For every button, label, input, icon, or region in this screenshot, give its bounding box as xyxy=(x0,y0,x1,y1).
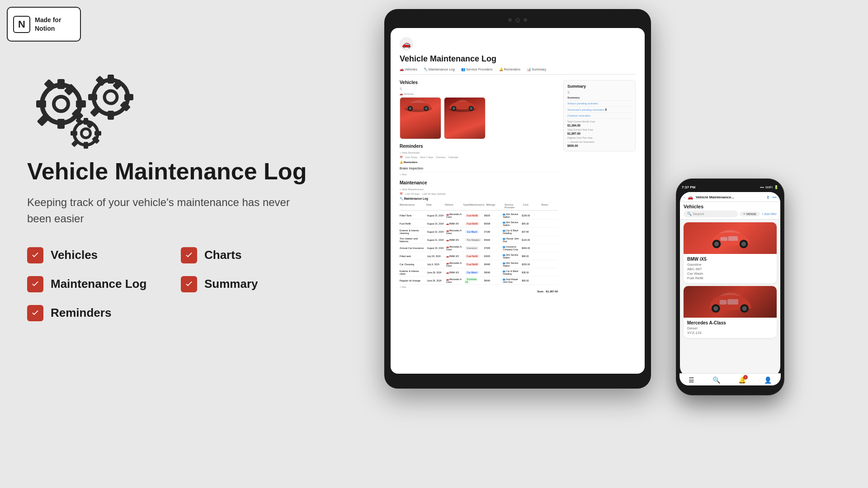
notion-badge-text: Made for Notion xyxy=(35,16,61,32)
filter-due-today[interactable]: Due Today xyxy=(406,156,417,159)
svg-rect-4 xyxy=(76,100,86,108)
phone-merc-plate: XYZ-123 xyxy=(687,331,773,335)
filter-calendar[interactable]: Calendar xyxy=(448,156,458,159)
svg-rect-23 xyxy=(84,142,88,149)
summary-item: Summary xyxy=(567,96,632,101)
more-icon[interactable]: ••• xyxy=(773,195,777,200)
svg-point-37 xyxy=(453,107,455,110)
svg-point-39 xyxy=(470,107,472,110)
filter-last90[interactable]: Last 90 days (partial) xyxy=(422,192,445,195)
svg-point-0 xyxy=(42,85,80,123)
phone-bmw-name: BMW iX5 xyxy=(687,257,773,262)
maintenance-section: Maintenance + New Maintenance 📅 Last 30 … xyxy=(400,180,558,293)
tab-service[interactable]: 👥 Service Providers xyxy=(461,67,493,71)
check-reminders xyxy=(27,305,43,321)
feature-label-reminders: Reminders xyxy=(51,306,111,320)
vehicle-card-merc-body: Mercedes A-Class Diesel XYZ-123 ↓ Spent … xyxy=(444,139,485,139)
maintenance-heading: Maintenance xyxy=(400,180,558,185)
new-maintenance-btn[interactable]: + New Maintenance xyxy=(400,188,558,191)
phone-status-icons: ▪▪▪ WiFi 🔋 xyxy=(760,185,778,189)
table-row: Fuel Refill August 23, 2024 🚗 BMW iX5 Fu… xyxy=(400,220,558,228)
phone-bmw-plate: ABC-987 xyxy=(687,267,773,271)
vehicle-card-bmw-body: BMW iX5 Gasoline ABC-987 ↓ Spent This Mo… xyxy=(400,139,441,139)
phone-tab-title: Vehicles xyxy=(684,204,777,209)
svg-rect-50 xyxy=(727,299,738,305)
total-row: Sum: $1,367.00 xyxy=(400,288,558,293)
tab-maintenance[interactable]: 🔧 Maintenance Log xyxy=(424,67,455,71)
filter-last30[interactable]: Last 30 days xyxy=(406,192,420,195)
svg-point-43 xyxy=(741,242,746,246)
page-icon-area: 🚗 xyxy=(400,37,636,51)
svg-rect-5 xyxy=(36,100,46,108)
share-icon[interactable]: ⬆ xyxy=(766,195,770,200)
svg-rect-44 xyxy=(728,236,738,241)
content-main: Vehicles ☰ 🚗 Vehicles xyxy=(400,80,558,293)
gears-illustration xyxy=(27,63,140,145)
phone-status-bar: 7:37 PM ▪▪▪ WiFi 🔋 xyxy=(680,185,780,189)
battery-icon: 🔋 xyxy=(774,185,778,189)
features-grid: Vehicles Charts Maintenance Log Summary xyxy=(27,247,307,321)
svg-point-47 xyxy=(713,306,718,310)
phone-merc-name: Mercedes A-Class xyxy=(687,320,773,325)
table-row: Annual Car Insurance August 15, 2024 🚗 M… xyxy=(400,244,558,252)
svg-rect-15 xyxy=(88,94,97,100)
phone-tab-search[interactable]: 🔍 xyxy=(712,376,720,377)
vehicles-heading: Vehicles xyxy=(400,80,558,85)
table-row: Tire rotation and balance August 21, 202… xyxy=(400,236,558,244)
phone-vehicle-bmw: BMW iX5 Gasoline ABC-987 Car Wash Fuel R… xyxy=(684,222,777,283)
svg-point-41 xyxy=(714,242,719,246)
content-two-col: Vehicles ☰ 🚗 Vehicles xyxy=(400,80,636,293)
new-reminder-btn[interactable]: + New Reminder xyxy=(400,151,558,154)
subtitle: Keeping track of your vehicle's maintena… xyxy=(27,194,307,227)
phone-tab-profile[interactable]: 👤 xyxy=(764,376,772,377)
main-title: Vehicle Maintenance Log xyxy=(27,158,307,185)
svg-rect-24 xyxy=(94,131,101,136)
reminders-heading: Reminders xyxy=(400,144,558,149)
phone-time: 7:37 PM xyxy=(682,185,695,189)
phone-merc-fuel: Diesel xyxy=(687,326,773,330)
camera-dot-center xyxy=(515,18,520,23)
phone-tab-section: Vehicles 🔍 Search + Vehicle + Add filter xyxy=(680,202,780,220)
phone-bmw-info: BMW iX5 Gasoline ABC-987 Car Wash Fuel R… xyxy=(684,254,777,283)
tab-vehicles[interactable]: 🚗 Vehicles xyxy=(400,67,417,71)
tab-reminders[interactable]: 🔔 Reminders xyxy=(499,67,520,71)
vehicle-card-bmw: BMW iX5 Gasoline ABC-987 ↓ Spent This Mo… xyxy=(400,97,441,139)
svg-rect-13 xyxy=(108,111,114,120)
summary-pending-today: Today's pending activities xyxy=(567,102,632,107)
phone-tab-list[interactable]: ☰ xyxy=(689,376,694,377)
summary-sidebar: Summary ☰ Summary Today's pending activi… xyxy=(563,80,636,293)
check-summary xyxy=(181,276,197,292)
notification-badge: 1 xyxy=(743,375,748,377)
svg-point-32 xyxy=(409,107,411,110)
notion-page: 🚗 Vehicle Maintenance Log 🚗 Vehicles 🔧 M… xyxy=(391,28,645,374)
summary-year-cost: $1,867.00 xyxy=(567,132,632,135)
filter-next7[interactable]: Next 7 days xyxy=(420,156,433,159)
phone-page-icon: 🚗 xyxy=(688,195,693,200)
reminder-filters: 📅 Due Today Next 7 days Overdue Calendar xyxy=(400,156,558,159)
phone-merc-info: Mercedes A-Class Diesel XYZ-123 xyxy=(684,318,777,338)
table-row: Filled tank July 28, 2024 🚗 BMW iX5 Fuel… xyxy=(400,252,558,260)
summary-month-cost: $1,384.00 xyxy=(567,124,632,127)
phone-vehicle-filter[interactable]: + Vehicle xyxy=(740,211,760,216)
tab-summary[interactable]: 📊 Summary xyxy=(527,67,546,71)
maintenance-filters: 📅 Last 30 days Last 90 days (partial) xyxy=(400,192,558,195)
table-row: Filled Tank August 23, 2024 🚗 Mercedes A… xyxy=(400,211,558,220)
feature-label-maintenance: Maintenance Log xyxy=(51,277,146,291)
phone-bottom-bar: ☰ 🔍 🔔 1 👤 xyxy=(680,373,780,377)
filter-overdue[interactable]: Overdue xyxy=(436,156,445,159)
table-row: Exterior & Interior cleaning August 22, … xyxy=(400,228,558,236)
svg-point-49 xyxy=(742,306,747,310)
phone-add-filter[interactable]: + Add filter xyxy=(762,212,777,216)
phone-back-btn[interactable]: ‹ xyxy=(684,195,685,200)
tablet-screen: 🚗 Vehicle Maintenance Log 🚗 Vehicles 🔧 M… xyxy=(391,28,645,374)
filter-icon: 📅 xyxy=(400,192,403,195)
svg-rect-25 xyxy=(71,131,77,136)
phone-search-input[interactable]: 🔍 Search xyxy=(684,211,738,217)
phone-content: BMW iX5 Gasoline ABC-987 Car Wash Fuel R… xyxy=(680,220,780,364)
phone-tab-notifications[interactable]: 🔔 1 xyxy=(738,376,746,377)
feature-summary: Summary xyxy=(181,276,307,292)
svg-point-11 xyxy=(104,91,117,103)
svg-point-34 xyxy=(425,107,427,110)
wifi-icon: WiFi xyxy=(765,185,773,189)
tablet-camera xyxy=(391,18,645,23)
